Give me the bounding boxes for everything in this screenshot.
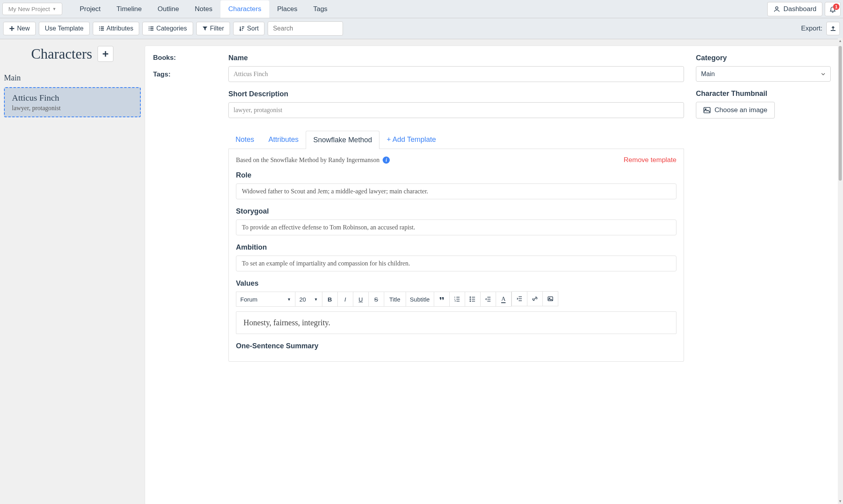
export-icon <box>830 25 836 32</box>
caret-down-icon: ▼ <box>287 297 291 302</box>
use-template-button[interactable]: Use Template <box>39 22 90 35</box>
scroll-down-icon: ▼ <box>838 499 843 503</box>
form-column-2: Category Main Character Thumbnail Choose… <box>696 54 831 362</box>
add-character-button[interactable] <box>98 46 113 62</box>
character-tabs: Notes Attributes Snowflake Method + Add … <box>228 131 684 149</box>
sort-button[interactable]: Sort <box>233 22 264 35</box>
snowflake-intro: Based on the Snowflake Method by Randy I… <box>236 157 390 164</box>
info-icon[interactable]: i <box>383 157 390 164</box>
sidebar-category: Main <box>4 73 141 82</box>
dashboard-label: Dashboard <box>784 5 816 13</box>
nav-notes[interactable]: Notes <box>187 0 220 18</box>
tab-attributes[interactable]: Attributes <box>261 131 306 149</box>
rte-font-dropdown[interactable]: Forum ▼ <box>236 292 295 307</box>
rte-ol-button[interactable] <box>449 292 465 307</box>
link-icon <box>532 296 538 302</box>
rte-underline-button[interactable]: U <box>353 292 369 307</box>
nav-tags[interactable]: Tags <box>305 0 335 18</box>
nav-right: Dashboard 1 <box>767 2 841 16</box>
nav-items: Project Timeline Outline Notes Character… <box>72 0 335 18</box>
filter-icon <box>202 26 208 31</box>
export-button[interactable] <box>826 22 840 35</box>
dashboard-button[interactable]: Dashboard <box>767 2 822 16</box>
short-desc-label: Short Description <box>228 90 684 98</box>
rte-link-button[interactable] <box>527 291 543 306</box>
sort-label: Sort <box>247 25 259 32</box>
categories-button[interactable]: Categories <box>142 22 193 35</box>
character-card-desc: lawyer, protagonist <box>12 105 133 112</box>
short-desc-input[interactable] <box>228 102 684 118</box>
rte-subtitle-button[interactable]: Subtitle <box>406 292 434 307</box>
nav-characters[interactable]: Characters <box>220 0 269 18</box>
name-input[interactable] <box>228 66 684 82</box>
rte-size-dropdown[interactable]: 20 ▼ <box>295 292 322 307</box>
choose-image-button[interactable]: Choose an image <box>696 102 775 118</box>
notification-badge: 1 <box>833 4 839 10</box>
form-column-1: Name Short Description Notes Attributes … <box>228 54 684 362</box>
tab-notes[interactable]: Notes <box>228 131 261 149</box>
ambition-input[interactable] <box>236 256 676 271</box>
list-icon <box>99 26 104 31</box>
sort-icon <box>239 26 245 31</box>
name-label: Name <box>228 54 684 62</box>
svg-point-1 <box>470 297 471 298</box>
plus-icon <box>102 50 109 57</box>
tab-content: Based on the Snowflake Method by Randy I… <box>228 149 684 362</box>
attributes-button[interactable]: Attributes <box>93 22 140 35</box>
remove-template-link[interactable]: Remove template <box>624 156 676 164</box>
caret-down-icon: ▼ <box>314 297 318 302</box>
category-select[interactable]: Main <box>696 66 831 82</box>
rte-italic-button[interactable]: I <box>337 292 353 307</box>
role-input[interactable] <box>236 183 676 199</box>
nav-project[interactable]: Project <box>72 0 109 18</box>
rte-image-button[interactable] <box>542 291 558 306</box>
new-button[interactable]: New <box>3 22 36 35</box>
rte-toolbar: Forum ▼ 20 ▼ B I U S Title <box>236 292 676 307</box>
nav-places[interactable]: Places <box>269 0 305 18</box>
plus-icon <box>9 26 15 31</box>
rte-quote-button[interactable] <box>434 292 450 307</box>
rte-title-button[interactable]: Title <box>384 292 406 307</box>
snowflake-header: Based on the Snowflake Method by Randy I… <box>236 156 676 164</box>
rte-outdent-button[interactable] <box>480 292 496 307</box>
rte-bold-button[interactable]: B <box>322 292 338 307</box>
list-icon <box>148 26 154 31</box>
scroll-up-icon: ▲ <box>838 39 843 43</box>
detail-grid: Books: Tags: Name Short Description Note… <box>153 54 831 362</box>
scrollbar[interactable]: ▲ ▼ <box>838 38 843 504</box>
rte-ul-button[interactable] <box>465 292 481 307</box>
character-card[interactable]: Atticus Finch lawyer, protagonist <box>4 87 141 117</box>
rte-strike-button[interactable]: S <box>368 292 384 307</box>
nav-outline[interactable]: Outline <box>149 0 187 18</box>
indent-icon <box>516 296 523 302</box>
tags-label: Tags: <box>153 71 216 78</box>
toolbar: New Use Template Attributes Categories F… <box>0 18 843 39</box>
tab-add-template[interactable]: + Add Template <box>379 131 443 149</box>
values-label: Values <box>236 279 676 288</box>
caret-down-icon: ▼ <box>52 7 56 11</box>
rte-textcolor-button[interactable]: A <box>496 292 512 307</box>
nav-timeline[interactable]: Timeline <box>109 0 150 18</box>
thumbnail-label: Character Thumbnail <box>696 90 831 98</box>
project-dropdown[interactable]: My New Project ▼ <box>2 3 62 15</box>
main-content: Characters Main Atticus Finch lawyer, pr… <box>0 39 843 504</box>
sidebar-title: Characters <box>31 46 92 62</box>
strike-icon: S <box>374 296 378 303</box>
bold-icon: B <box>328 296 332 303</box>
tab-snowflake[interactable]: Snowflake Method <box>306 131 379 149</box>
outdent-icon <box>485 296 491 302</box>
filter-button[interactable]: Filter <box>196 22 230 35</box>
storygoal-input[interactable] <box>236 220 676 235</box>
top-nav: My New Project ▼ Project Timeline Outlin… <box>0 0 843 18</box>
export-label: Export: <box>801 25 822 32</box>
scrollbar-thumb[interactable] <box>839 46 842 181</box>
search-input[interactable] <box>268 21 343 36</box>
ol-icon <box>454 296 460 302</box>
quote-icon <box>439 296 445 302</box>
svg-point-2 <box>470 299 471 300</box>
notifications-button[interactable]: 1 <box>825 2 841 16</box>
values-editor[interactable]: Honesty, fairness, integrity. <box>236 311 676 334</box>
character-card-name: Atticus Finch <box>12 93 133 103</box>
rte-size-value: 20 <box>299 296 306 303</box>
rte-indent-button[interactable] <box>512 291 527 306</box>
